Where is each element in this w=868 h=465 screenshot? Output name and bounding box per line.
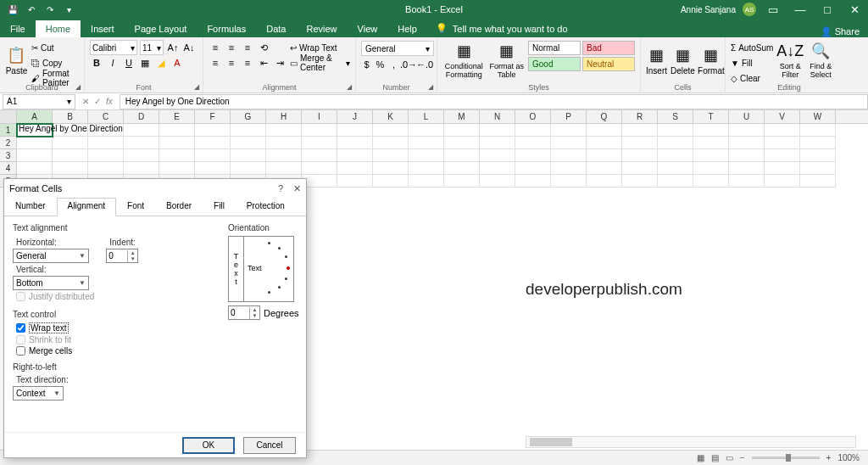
row-header[interactable]: 1	[0, 124, 17, 137]
zoom-in-icon[interactable]: +	[826, 453, 832, 462]
cell[interactable]	[515, 124, 551, 137]
col-header[interactable]: W	[800, 110, 836, 123]
view-page-layout-icon[interactable]: ▤	[711, 453, 719, 462]
col-header[interactable]: K	[373, 110, 409, 123]
cell[interactable]	[693, 175, 729, 188]
cell[interactable]	[444, 124, 480, 137]
cell[interactable]	[159, 162, 195, 175]
cell[interactable]	[159, 149, 195, 162]
wrap-text-button[interactable]: ↩Wrap Text	[290, 41, 350, 54]
cell[interactable]	[693, 137, 729, 149]
cell[interactable]	[409, 175, 444, 188]
cell[interactable]	[88, 162, 124, 175]
cell[interactable]	[409, 137, 444, 149]
cell[interactable]	[373, 124, 409, 137]
col-header[interactable]: I	[302, 110, 337, 123]
cell[interactable]	[729, 137, 765, 149]
cell[interactable]	[800, 162, 836, 175]
cell[interactable]	[124, 137, 159, 149]
cell[interactable]	[302, 137, 337, 149]
cell[interactable]	[337, 175, 373, 188]
maximize-icon[interactable]: □	[817, 1, 837, 18]
col-header[interactable]: L	[409, 110, 444, 123]
tab-view[interactable]: View	[348, 20, 388, 37]
cell[interactable]	[409, 149, 444, 162]
ok-button[interactable]: OK	[182, 437, 235, 454]
cell[interactable]	[480, 149, 515, 162]
cell[interactable]	[622, 149, 658, 162]
copy-button[interactable]: ⿻Copy	[31, 56, 79, 70]
underline-button[interactable]: U	[122, 56, 136, 70]
cell[interactable]	[729, 149, 765, 162]
shrink-font-icon[interactable]: A↓	[182, 41, 196, 54]
formula-input[interactable]: Hey Angel by One Direction	[120, 94, 868, 109]
align-right-icon[interactable]: ≡	[241, 56, 254, 70]
col-header[interactable]: C	[88, 110, 124, 123]
cell[interactable]	[302, 162, 337, 175]
comma-icon[interactable]: ,	[388, 58, 399, 71]
paste-button[interactable]: 📋 Paste	[5, 39, 28, 81]
minimize-icon[interactable]: —	[790, 1, 810, 18]
wrap-text-checkbox[interactable]	[16, 323, 25, 333]
name-box[interactable]: A1▾	[3, 94, 75, 109]
format-table-button[interactable]: ▦Format as Table	[488, 39, 525, 81]
cell[interactable]	[551, 149, 587, 162]
col-header[interactable]: S	[658, 110, 693, 123]
undo-icon[interactable]: ↶	[25, 3, 37, 15]
cell[interactable]	[515, 175, 551, 188]
grow-font-icon[interactable]: A↑	[166, 41, 180, 54]
cell[interactable]	[480, 124, 515, 137]
cell[interactable]	[159, 137, 195, 149]
cell[interactable]	[729, 175, 765, 188]
style-neutral[interactable]: Neutral	[582, 57, 635, 71]
cancel-button[interactable]: Cancel	[243, 437, 296, 454]
cell[interactable]	[765, 175, 800, 188]
zoom-out-icon[interactable]: −	[740, 453, 745, 462]
dec-decimal-icon[interactable]: ←.0	[418, 58, 431, 71]
format-cells-button[interactable]: ▦Format	[698, 39, 724, 81]
clipboard-launcher-icon[interactable]: ◢	[74, 82, 82, 91]
tell-me-search[interactable]: 💡 Tell me what you want to do	[427, 20, 576, 37]
font-size-combo[interactable]: 11▾	[140, 40, 164, 55]
percent-icon[interactable]: %	[375, 58, 386, 71]
cell[interactable]	[231, 124, 266, 137]
cell[interactable]	[124, 149, 159, 162]
cell[interactable]	[622, 137, 658, 149]
tab-file[interactable]: File	[0, 20, 36, 37]
cell[interactable]	[266, 124, 302, 137]
cell-a1[interactable]: Hey Angel by One Direction	[17, 124, 53, 137]
cell[interactable]	[231, 137, 266, 149]
cell[interactable]	[729, 162, 765, 175]
col-header[interactable]: H	[266, 110, 302, 123]
tab-page-layout[interactable]: Page Layout	[125, 20, 198, 37]
col-header[interactable]: B	[53, 110, 88, 123]
cell[interactable]	[302, 175, 337, 188]
cancel-formula-icon[interactable]: ✕	[82, 97, 89, 106]
dialog-tab-font[interactable]: Font	[116, 198, 155, 216]
alignment-launcher-icon[interactable]: ◢	[345, 82, 353, 91]
qat-customize-icon[interactable]: ▾	[63, 3, 75, 15]
ribbon-display-icon[interactable]: ▭	[763, 1, 783, 18]
bold-button[interactable]: B	[90, 56, 103, 70]
degrees-spinner[interactable]: ▲▼	[228, 305, 260, 320]
align-center-icon[interactable]: ≡	[225, 56, 238, 70]
cell[interactable]	[515, 149, 551, 162]
cell[interactable]	[658, 175, 693, 188]
inc-decimal-icon[interactable]: .0→	[402, 58, 415, 71]
align-top-icon[interactable]: ≡	[209, 41, 222, 54]
col-header[interactable]: R	[622, 110, 658, 123]
zoom-slider[interactable]	[752, 457, 820, 459]
cell[interactable]	[693, 149, 729, 162]
dialog-tab-border[interactable]: Border	[155, 198, 203, 216]
cell[interactable]	[480, 137, 515, 149]
share-button[interactable]: 👤 Share	[821, 26, 860, 37]
cut-button[interactable]: ✂Cut	[31, 41, 79, 54]
cell[interactable]	[800, 124, 836, 137]
tab-data[interactable]: Data	[256, 20, 296, 37]
cell[interactable]	[373, 149, 409, 162]
font-launcher-icon[interactable]: ◢	[192, 82, 201, 91]
cell[interactable]	[800, 137, 836, 149]
delete-cells-button[interactable]: ▦Delete	[670, 39, 695, 81]
cell[interactable]	[444, 149, 480, 162]
insert-cells-button[interactable]: ▦Insert	[646, 39, 667, 81]
